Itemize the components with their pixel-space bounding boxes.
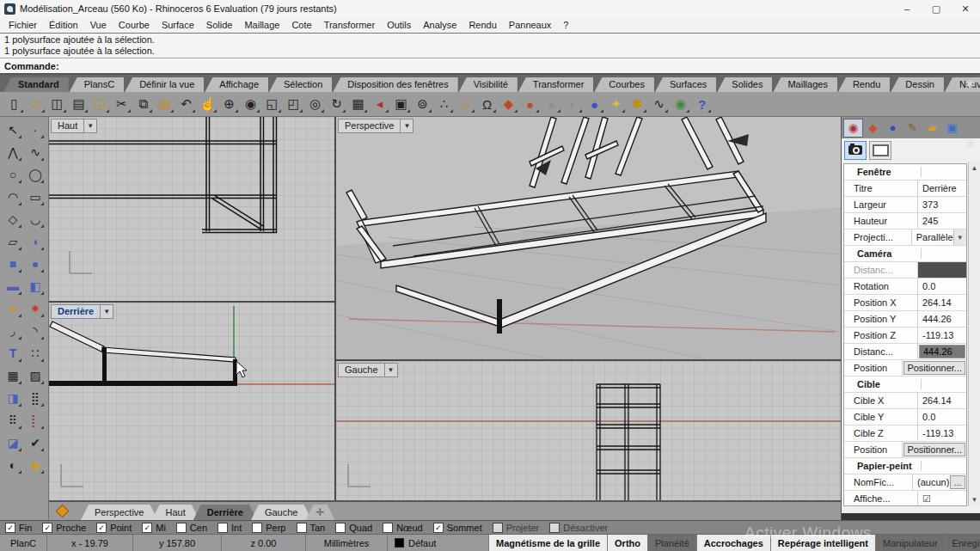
property-row[interactable]: Distanc... 444.26 ▼ [844, 344, 966, 360]
torus-tool-icon[interactable]: ▬ [2, 275, 24, 297]
property-value[interactable]: -119.13 [918, 328, 966, 343]
slab-tool-icon[interactable]: ◧ [24, 275, 46, 297]
chevron-down-icon[interactable]: ▼ [101, 304, 113, 319]
property-row[interactable]: Cible Z -119.13 ▼ [844, 425, 966, 442]
property-value[interactable]: 373 [918, 197, 966, 212]
undo-icon[interactable]: ↶ [175, 94, 197, 114]
rendered-icon[interactable]: ● [584, 94, 605, 114]
menu-item[interactable]: Surface [156, 20, 200, 30]
osnap-toggle[interactable]: Tan [297, 523, 326, 533]
column-tool-icon[interactable]: ⡇ [24, 409, 46, 432]
maximize-button[interactable]: ▢ [922, 0, 951, 17]
statusbar-segment[interactable]: Ortho [608, 535, 648, 551]
tabbar-gear-icon[interactable]: ✱ [965, 78, 974, 90]
spotlight-icon[interactable]: ✦ [605, 94, 627, 114]
menu-item[interactable]: Panneaux [503, 20, 558, 30]
box-tool-icon[interactable]: ■ [2, 253, 24, 275]
property-row[interactable]: Position Positionner... ▼ [844, 442, 966, 458]
panel-gear-icon[interactable]: ✱ [966, 138, 975, 150]
checkbox[interactable] [493, 523, 503, 533]
property-value[interactable]: Positionner... [903, 361, 965, 375]
flash-tool-icon[interactable]: ✷ [24, 297, 46, 320]
viewport-tab[interactable]: Gauche [251, 505, 312, 520]
property-row[interactable]: Largeur 373 ▼ [844, 197, 966, 213]
patch-tool-icon[interactable]: ◆ [24, 454, 46, 476]
osnap-toggle[interactable]: Proche [42, 523, 86, 533]
curve-tool-icon[interactable]: ∿ [24, 141, 46, 163]
move-icon[interactable]: ⊕ [218, 94, 240, 114]
toolbar-group-tab[interactable]: PlansC [70, 77, 124, 92]
chamfer-tool-icon[interactable]: ◝ [24, 320, 46, 342]
osnap-toggle[interactable]: Quad [335, 523, 372, 533]
property-value[interactable]: Parallèle [912, 230, 953, 245]
toolbar-group-tab[interactable]: Standard [3, 77, 69, 92]
statusbar-segment[interactable]: Millimètres [306, 535, 388, 551]
property-value[interactable] [918, 262, 966, 278]
set-view-icon[interactable]: ⊚ [412, 94, 433, 114]
cut-icon[interactable]: ✂ [111, 94, 132, 114]
shaded-icon[interactable]: ● [541, 94, 562, 114]
checkbox[interactable] [383, 523, 393, 533]
viewport-gauche[interactable]: Gauche ▼ [336, 361, 841, 500]
property-value[interactable] [918, 491, 966, 506]
menu-item[interactable]: Maillage [238, 20, 285, 30]
chevron-down-icon[interactable]: ▼ [84, 119, 97, 133]
property-row[interactable]: Position X 264.14 ▼ [844, 295, 966, 311]
notes-icon[interactable]: ◲ [89, 94, 111, 114]
osnap-toggle[interactable]: Cen [176, 523, 207, 533]
render-icon[interactable]: ● [519, 94, 541, 114]
property-value[interactable]: 0.0 [918, 409, 966, 425]
viewport-haut[interactable]: Haut ▼ [49, 117, 334, 301]
toolbar-group-tab[interactable]: Maillages [773, 77, 836, 92]
save-icon[interactable]: ◫ [46, 94, 68, 114]
checkbox[interactable] [5, 523, 15, 533]
toolbar-group-tab[interactable]: Solides [717, 77, 772, 92]
arc-tool-icon[interactable]: ◠ [2, 186, 24, 208]
derriere-viewport-canvas[interactable] [49, 303, 334, 500]
osnap-toggle[interactable]: Projeter [493, 523, 540, 533]
toolbar-group-tab[interactable]: Nouveautés dans la V6 [945, 77, 980, 92]
property-value[interactable]: 245 [918, 213, 966, 229]
lock-icon[interactable]: Ω [476, 94, 498, 114]
menu-item[interactable]: Transformer [318, 20, 382, 30]
checkbox[interactable] [549, 523, 560, 533]
points-tool-icon[interactable]: ∷ [24, 342, 46, 364]
statusbar-segment[interactable]: Magnétisme de la grille [489, 535, 608, 551]
toolbar-group-tab[interactable]: Transformer [518, 77, 594, 92]
property-value[interactable]: Positionner... [903, 443, 965, 456]
menu-item[interactable]: Vue [84, 20, 113, 30]
circle-tool-icon[interactable]: ○ [2, 163, 24, 186]
toolbar-group-tab[interactable]: Disposition des fenêtres [333, 77, 457, 92]
viewport-layout-icon[interactable]: ▦ [347, 94, 369, 114]
osnap-toggle[interactable]: Mi [142, 523, 166, 533]
property-value[interactable]: 264.14 [918, 295, 966, 310]
property-row[interactable]: Fenêtre ▼ [844, 164, 966, 181]
surface-tool-icon[interactable]: ▱ [2, 230, 24, 253]
property-value[interactable]: (aucun) [913, 474, 949, 490]
checkbox[interactable] [96, 523, 107, 533]
cplane-icon[interactable]: ▣ [390, 94, 412, 114]
menu-item[interactable]: Édition [43, 20, 84, 30]
property-row[interactable]: Hauteur 245 ▼ [844, 213, 966, 230]
toolbar-group-tab[interactable]: Définir la vue [125, 77, 204, 92]
viewport-derriere[interactable]: Derrière ▼ [49, 303, 334, 500]
menu-item[interactable]: Cote [285, 20, 317, 30]
options-icon[interactable]: ✱ [627, 94, 648, 114]
scroll-down-icon[interactable]: ▼ [971, 496, 978, 504]
display-mode-icon[interactable]: ◆ [498, 94, 519, 114]
osnap-toggle[interactable]: Int [217, 523, 242, 533]
statusbar-segment[interactable]: Planéité [648, 535, 697, 551]
checkbox[interactable] [217, 523, 228, 533]
statusbar-segment[interactable]: x - 19.79 [47, 535, 133, 551]
text-tool-icon[interactable]: T [2, 342, 24, 364]
check-tool-icon[interactable]: ✔ [24, 432, 46, 454]
property-row[interactable]: Papier-peint ▼ [844, 458, 966, 474]
haut-viewport-canvas[interactable] [49, 117, 334, 301]
command-history[interactable]: 1 polysurface ajoutée à la sélection.1 p… [0, 34, 980, 58]
polygon-tool-icon[interactable]: ◇ [2, 208, 24, 230]
help-icon[interactable]: ? [691, 94, 713, 114]
chevron-down-icon[interactable]: ▼ [953, 230, 966, 245]
history-icon[interactable]: ∿ [648, 94, 670, 114]
web-browser-tab-icon[interactable]: ▣ [943, 119, 961, 137]
camera-properties-button[interactable] [844, 141, 867, 160]
